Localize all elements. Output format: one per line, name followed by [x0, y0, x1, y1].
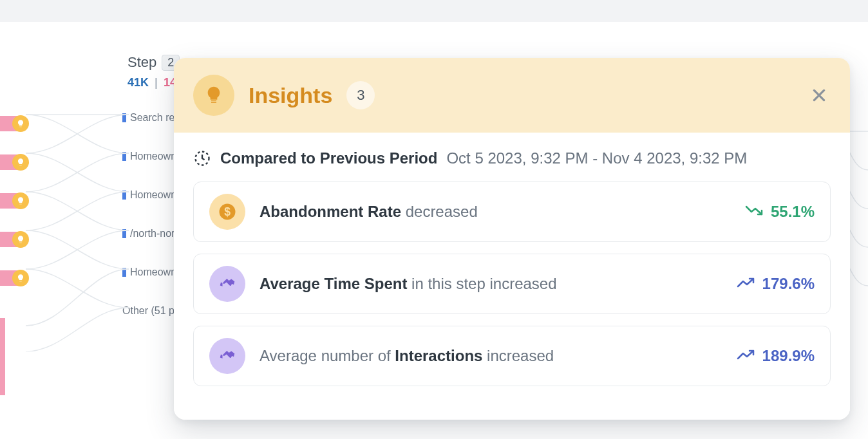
- insight-card[interactable]: Average number of Interactions increased…: [193, 326, 831, 386]
- close-button[interactable]: [807, 84, 831, 107]
- insight-percentage: 179.6%: [762, 275, 815, 293]
- tick-icon: [122, 152, 126, 161]
- trend-up-icon: [737, 275, 756, 293]
- insight-suffix: decreased: [401, 203, 478, 220]
- lightbulb-icon[interactable]: [12, 192, 29, 209]
- flow-connector-lines: [26, 107, 129, 351]
- insight-prefix: Average number of: [259, 347, 395, 364]
- compare-period-row: Compared to Previous Period Oct 5 2023, …: [193, 149, 831, 167]
- handshake-icon: [209, 338, 245, 374]
- lightbulb-icon: [193, 75, 234, 116]
- insight-text: Average number of Interactions increased: [259, 347, 722, 365]
- insight-card[interactable]: $Abandonment Rate decreased55.1%: [193, 182, 831, 242]
- insight-metric: Abandonment Rate: [259, 203, 401, 220]
- lightbulb-icon[interactable]: [12, 115, 29, 132]
- stat-separator: |: [155, 76, 158, 89]
- handshake-icon: [209, 266, 245, 302]
- step-label: Step: [127, 54, 156, 71]
- insights-modal-title: Insights: [249, 83, 332, 108]
- lightbulb-icon[interactable]: [12, 270, 29, 286]
- tick-icon: [122, 229, 126, 238]
- lightbulb-icon[interactable]: [12, 231, 29, 248]
- insights-modal-header: Insights 3: [174, 58, 850, 133]
- top-bar: [0, 0, 868, 22]
- left-flow-nodes: [0, 104, 29, 297]
- insight-suffix: in this step increased: [407, 275, 556, 292]
- insights-count-badge: 3: [346, 81, 375, 109]
- insight-percentage: 55.1%: [771, 203, 815, 221]
- flow-node[interactable]: [0, 182, 29, 220]
- list-item-label: /north-norf: [130, 228, 178, 239]
- tick-icon: [122, 268, 126, 277]
- insight-text: Abandonment Rate decreased: [259, 203, 731, 221]
- insights-modal: Insights 3 Compared to Previous Period O…: [174, 58, 850, 420]
- insight-value: 189.9%: [737, 347, 815, 365]
- step-count: 41K: [127, 76, 149, 89]
- insight-value: 55.1%: [745, 203, 815, 221]
- list-item-label: Other (51 pa: [122, 305, 180, 317]
- tick-icon: [122, 113, 126, 122]
- lightbulb-icon[interactable]: [12, 154, 29, 171]
- insight-percentage: 189.9%: [762, 347, 815, 365]
- trend-down-icon: [745, 203, 764, 221]
- insight-text: Average Time Spent in this step increase…: [259, 275, 722, 293]
- insight-card[interactable]: Average Time Spent in this step increase…: [193, 254, 831, 314]
- flow-node[interactable]: [0, 143, 29, 182]
- clock-icon: [193, 149, 211, 167]
- insight-metric: Interactions: [395, 347, 482, 364]
- insight-value: 179.6%: [737, 275, 815, 293]
- insight-metric: Average Time Spent: [259, 275, 407, 292]
- flow-bar-large: [0, 318, 5, 395]
- flow-node[interactable]: [0, 220, 29, 259]
- compare-period: Oct 5 2023, 9:32 PM - Nov 4 2023, 9:32 P…: [446, 149, 747, 167]
- trend-up-icon: [737, 347, 756, 365]
- flow-node[interactable]: [0, 104, 29, 143]
- flow-canvas: Step 2 41K | 14.5 Search resu Homeowne H…: [0, 22, 868, 439]
- compare-label: Compared to Previous Period: [220, 149, 437, 167]
- dollar-icon: $: [209, 194, 245, 230]
- svg-text:$: $: [224, 205, 231, 218]
- insight-suffix: increased: [482, 347, 554, 364]
- flow-node[interactable]: [0, 259, 29, 297]
- tick-icon: [122, 191, 126, 200]
- insights-modal-body: Compared to Previous Period Oct 5 2023, …: [174, 133, 850, 420]
